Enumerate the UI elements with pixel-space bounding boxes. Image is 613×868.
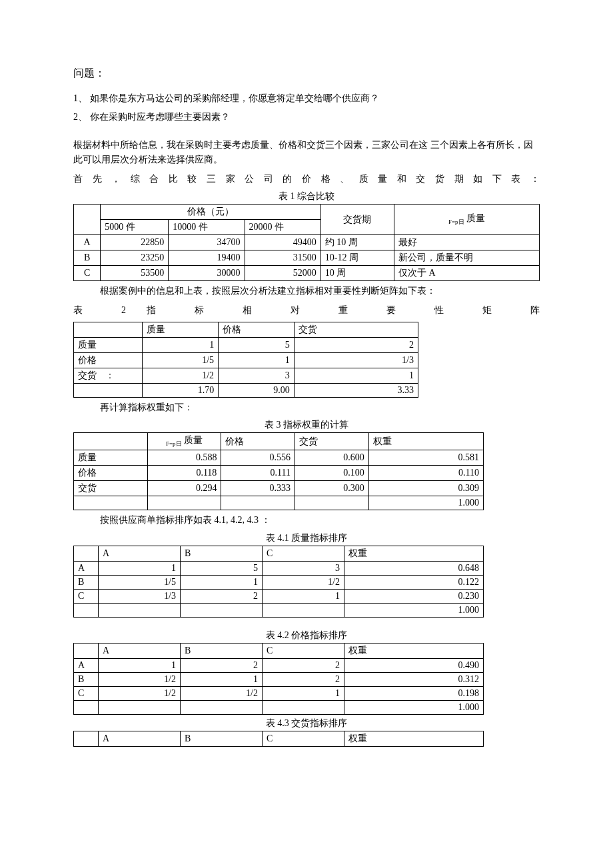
table-row: A 1 5 3 0.648 [74, 561, 484, 575]
col-quality: F=p日 质量 [394, 205, 539, 235]
table-row: 价格 1/5 1 1/3 [74, 352, 418, 368]
table-row: 1.70 9.00 3.33 [74, 383, 418, 397]
col-quality: F=p日 质量 [147, 433, 221, 450]
table41-caption: 表 4.1 质量指标排序 [73, 532, 540, 544]
table-row: 交货 0.294 0.333 0.300 0.309 [74, 481, 484, 496]
heading: 问题： [73, 67, 540, 81]
table1-caption: 表 1 综合比较 [73, 191, 540, 203]
table3-caption: 表 3 指标权重的计算 [73, 419, 540, 431]
table-row: 价格 0.118 0.111 0.100 0.110 [74, 466, 484, 481]
intro-paragraph-1: 根据材料中所给信息，我在采购时主要考虑质量、价格和交货三个因素，三家公司在这 三… [73, 138, 540, 168]
table-row: 1.000 [74, 603, 484, 617]
table43-caption: 表 4.3 交货指标排序 [73, 717, 540, 729]
table-row: 质量 1 5 2 [74, 337, 418, 352]
table-row: A 1 2 2 0.490 [74, 658, 484, 672]
table42-caption: 表 4.2 价格指标排序 [73, 630, 540, 642]
col-20000: 20000 件 [245, 220, 320, 235]
table-row: B 1/2 1 2 0.312 [74, 672, 484, 686]
table2-intro: 根据案例中的信息和上表，按照层次分析法建立指标相对重要性判断矩阵如下表： [73, 284, 540, 298]
question-list: 1、 如果你是东方马达公司的采购部经理，你愿意将定单交给哪个供应商？ 2、 你在… [73, 93, 540, 123]
col-delivery: 交货期 [320, 205, 394, 235]
col-10000: 10000 件 [169, 220, 245, 235]
table3-intro: 再计算指标权重如下： [73, 400, 540, 415]
table-3: F=p日 质量 价格 交货 权重 质量 0.588 0.556 0.600 0.… [73, 432, 484, 510]
table-row: B 23250 19400 31500 10-12 周 新公司，质量不明 [74, 250, 540, 266]
table-row: C 1/2 1/2 1 0.198 [74, 686, 484, 700]
intro-paragraph-2: 首 先 ， 综 合 比 较 三 家 公 司 的 价 格 、 质 量 和 交 货 … [73, 172, 540, 187]
table-1: 价格（元） 交货期 F=p日 质量 5000 件 10000 件 20000 件… [73, 204, 540, 281]
table-4-3: A B C 权重 [73, 731, 484, 747]
table-row: 交货 1/2 3 1 [74, 368, 418, 383]
table-4-1: A B C 权重 A 1 5 3 0.648 B 1/5 1 1/2 0.122… [73, 546, 484, 618]
table-row: 1.000 [74, 700, 484, 714]
table-row: A 22850 34700 49400 约 10 周 最好 [74, 235, 540, 250]
question-2: 2、 你在采购时应考虑哪些主要因素？ [73, 111, 540, 123]
table-row: B 1/5 1 1/2 0.122 [74, 575, 484, 589]
table-row: 1.000 [74, 496, 484, 510]
table-2: 质量 价格 交货 质量 1 5 2 价格 1/5 1 1/3 交货 1/2 3 … [73, 322, 418, 398]
table-row: 质量 0.588 0.556 0.600 0.581 [74, 450, 484, 466]
table-row: C 53500 30000 52000 10 周 仅次于 A [74, 266, 540, 281]
table4-intro: 按照供应商单指标排序如表 4.1, 4.2, 4.3 ： [73, 513, 540, 528]
table2-title: 表 2 指 标 相 对 重 要 性 矩 阵 [73, 303, 540, 318]
col-price: 价格（元） [101, 205, 320, 220]
table-row: C 1/3 2 1 0.230 [74, 589, 484, 603]
table-4-2: A B C 权重 A 1 2 2 0.490 B 1/2 1 2 0.312 C… [73, 643, 484, 715]
question-1: 1、 如果你是东方马达公司的采购部经理，你愿意将定单交给哪个供应商？ [73, 93, 540, 105]
col-5000: 5000 件 [101, 220, 169, 235]
